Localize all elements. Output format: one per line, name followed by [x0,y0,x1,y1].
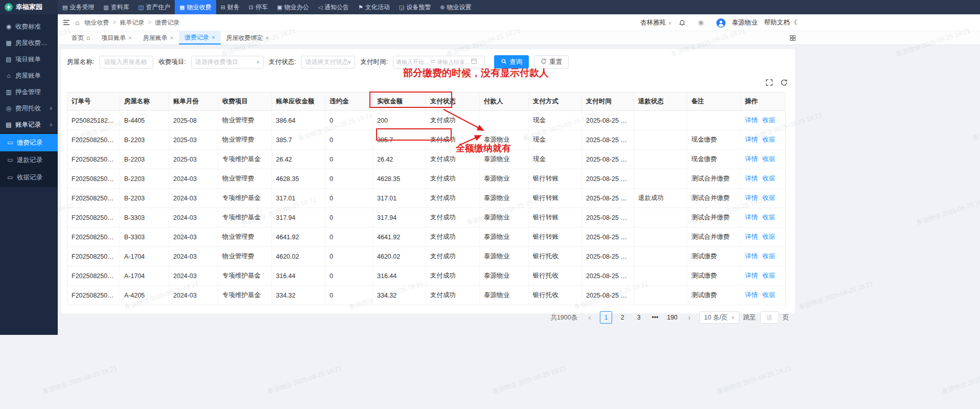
help-doc-link[interactable]: 帮助文档《 [764,18,798,27]
jump-page-input[interactable] [760,311,779,324]
topnav-item[interactable]: ▥资料库 [99,0,133,14]
sidebar-item[interactable]: ▦房屋收费绑定 [0,35,58,51]
house-name-input[interactable] [99,56,153,69]
receipt-link[interactable]: 收据 [762,155,775,163]
fullscreen-icon[interactable] [765,79,773,86]
topnav-item[interactable]: ◲设备预警 [394,0,435,14]
sidebar-submenu: ▭缴费记录▭退款记录▭收据记录 [0,133,58,187]
pay-time-range[interactable] [393,56,485,69]
cell-penalty: 0 [325,111,373,130]
breadcrumb-item[interactable]: 账单记录 [109,18,144,27]
receipt-link[interactable]: 收据 [762,272,775,279]
start-date-input[interactable] [396,59,429,65]
tab-close-icon[interactable]: × [266,35,269,41]
table-row: F2025082500000... B-2203 2024-03 专项维护基金 … [67,189,786,208]
bell-icon[interactable] [679,19,686,27]
topnav-item[interactable]: ◫资产住户 [134,0,175,14]
topnav-item[interactable]: ⚑文化活动 [354,0,394,14]
topnav-item[interactable]: ⊡停车 [244,0,272,14]
cell-refund-status [634,111,687,130]
cell-order-no: F2025082500000... [67,286,120,305]
topnav-item-label: 物业收费 [187,3,212,12]
search-button[interactable]: 查询 [494,55,529,69]
tab[interactable]: 房屋账单× [137,31,179,44]
cell-pay-time: 2025-08-25 17:34... [582,169,634,189]
detail-link[interactable]: 详情 [745,253,758,260]
cell-pay-time: 2025-08-25 18:20... [582,111,634,130]
tab-close-icon[interactable]: × [212,34,215,40]
detail-link[interactable]: 详情 [745,291,758,299]
sidebar-item[interactable]: ◉收费标准 [0,18,58,35]
sidebar-subitem[interactable]: ▭退款记录 [0,151,58,169]
user-name[interactable]: 泰源物业 [732,18,758,27]
topnav-item-icon: ⊟ [221,5,225,10]
detail-link[interactable]: 详情 [745,194,758,201]
tab[interactable]: 首页⌂ [66,31,96,44]
topnav-item-label: 业务受理 [69,3,94,12]
swap-icon [430,58,436,65]
sidebar-item[interactable]: ▤账单记录∧ [0,117,58,133]
tab[interactable]: 缴费记录× [179,31,220,44]
cell-month: 2024-03 [169,208,218,228]
tab[interactable]: 项目账单× [96,31,137,44]
tab-close-icon[interactable]: × [128,35,131,41]
sidebar-item[interactable]: ▥押金管理 [0,84,58,100]
page-number[interactable]: ••• [649,311,661,324]
receipt-link[interactable]: 收据 [762,136,775,143]
detail-link[interactable]: 详情 [745,272,758,279]
page-size-select[interactable]: 10 条/页∨ [699,311,739,324]
receipt-link[interactable]: 收据 [762,253,775,260]
breadcrumb-item[interactable]: 物业收费 [84,18,109,27]
sidebar-subitem[interactable]: ▭缴费记录 [0,134,58,151]
reset-button[interactable]: 重置 [534,55,569,69]
sidebar-item-icon: ▤ [5,121,12,128]
tab-close-icon[interactable]: × [170,35,173,41]
breadcrumb-item[interactable]: 缴费记录 [144,18,179,27]
avatar[interactable] [716,18,726,28]
cell-remark: 测试合并缴费 [687,208,741,228]
project-selector[interactable]: 杏林雅苑∨ [640,18,672,27]
detail-link[interactable]: 详情 [745,175,758,182]
detail-link[interactable]: 详情 [745,214,758,221]
topnav-item[interactable]: ▣物业办公 [272,0,313,14]
sidebar-item[interactable]: ◎费用托收∨ [0,100,58,117]
next-page-icon[interactable]: › [683,311,695,324]
receipt-link[interactable]: 收据 [762,291,775,299]
receipt-link[interactable]: 收据 [762,214,775,221]
receipt-link[interactable]: 收据 [762,233,775,240]
gear-icon[interactable] [697,19,705,27]
detail-link[interactable]: 详情 [745,136,758,143]
column-header: 支付状态 [426,93,480,111]
sidebar-item[interactable]: ▤项目账单 [0,51,58,67]
page-number[interactable]: 1 [600,311,612,324]
sidebar-subitem[interactable]: ▭收据记录 [0,169,58,186]
cell-order-no: F2025082500000... [67,189,120,208]
topnav-item[interactable]: ⊟财务 [216,0,244,14]
topnav-item[interactable]: ▤业务受理 [58,0,99,14]
cell-order-no: F2025082500000... [67,266,120,286]
topnav-item[interactable]: ⊛物业设置 [435,0,476,14]
receipt-link[interactable]: 收据 [762,194,775,201]
receipt-link[interactable]: 收据 [762,117,775,124]
page-number[interactable]: 190 [665,311,679,324]
detail-link[interactable]: 详情 [745,155,758,163]
detail-link[interactable]: 详情 [745,117,758,124]
pay-status-select[interactable]: 请选择支付状态∨ [301,56,355,69]
topnav-item[interactable]: ▦物业收费 [175,0,216,14]
prev-page-icon[interactable]: ‹ [584,311,596,324]
refresh-icon[interactable] [780,79,788,86]
detail-link[interactable]: 详情 [745,233,758,240]
home-icon[interactable]: ⌂ [75,18,79,27]
tab[interactable]: 房屋收费绑定× [221,31,274,44]
sidebar-item[interactable]: ⌂房屋账单 [0,67,58,84]
page-number[interactable]: 3 [633,311,645,324]
topnav-item[interactable]: ◁通知公告 [313,0,353,14]
grid-layout-icon[interactable] [789,35,796,41]
page-number[interactable]: 2 [616,311,628,324]
cell-pay-time: 2025-08-25 17:34... [582,208,634,228]
charge-item-select[interactable]: 请选择收费项目∨ [191,56,264,69]
receipt-link[interactable]: 收据 [762,175,775,182]
sidebar-item-label: 项目账单 [15,55,41,64]
end-date-input[interactable] [437,59,470,65]
collapse-menu-icon[interactable] [63,19,70,26]
